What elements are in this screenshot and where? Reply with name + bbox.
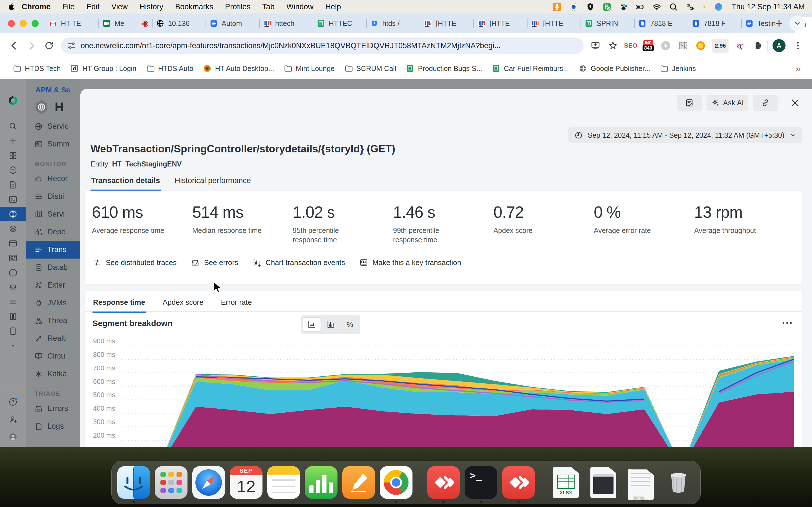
dock-launchpad[interactable]: [155, 466, 188, 499]
notes-button[interactable]: [677, 95, 702, 111]
rail-user-add[interactable]: [0, 413, 26, 426]
browser-tab-11[interactable]: SPRIN: [581, 13, 634, 33]
rail-alert[interactable]: [0, 265, 26, 280]
sidebar-item-servi[interactable]: Servi: [26, 205, 80, 223]
browser-tab-6[interactable]: HTTEC: [313, 13, 366, 33]
action-make-this-a-key-transaction[interactable]: Make this a key transaction: [359, 258, 461, 267]
sidebar-item-distri[interactable]: Distri: [26, 187, 80, 205]
bookmark-google-publisher-[interactable]: Google Publisher...: [574, 64, 655, 73]
rail-document[interactable]: [0, 177, 26, 192]
sidebar-item-threa[interactable]: Threa: [26, 312, 80, 330]
bookmark-production-bugs-s-[interactable]: Production Bugs S...: [401, 64, 487, 73]
url-text[interactable]: one.newrelic.com/nr1-core/apm-features/t…: [81, 41, 500, 50]
menu-help[interactable]: Help: [319, 3, 347, 11]
vpn-check-icon[interactable]: [602, 2, 612, 11]
segment-breakdown-chart[interactable]: [121, 338, 794, 447]
bookmark-scrum-call[interactable]: SCRUM Call: [340, 64, 401, 73]
bookmark-car-fuel-reimburs-[interactable]: Car Fuel Reimburs...: [487, 64, 574, 73]
bookmark-ht-group-login[interactable]: dHT Group : Login: [65, 64, 141, 73]
action-see-errors[interactable]: See errors: [191, 258, 238, 267]
newrelic-paw-icon[interactable]: [619, 2, 628, 11]
browser-tab-8[interactable]: [HTTE: [420, 13, 473, 33]
dock-notes[interactable]: [267, 466, 300, 499]
menu-bar-clock[interactable]: Thu 12 Sep 11:34 AM: [730, 3, 805, 11]
menu-file[interactable]: File: [56, 3, 81, 11]
sidebar-item-servic[interactable]: Servic: [26, 117, 80, 135]
chart-tab-apdex-score[interactable]: Apdex score: [162, 295, 204, 313]
menu-profiles[interactable]: Profiles: [219, 3, 256, 11]
new-tab-button[interactable]: +: [769, 16, 790, 31]
sidebar-item-trans[interactable]: Trans: [26, 241, 80, 259]
privacy-shield-icon[interactable]: [586, 2, 595, 11]
rail-rows[interactable]: [0, 295, 26, 309]
zoom-window-button[interactable]: [32, 20, 39, 27]
sidebar-header[interactable]: APM & Se: [26, 79, 80, 94]
dock-red-app[interactable]: [427, 466, 460, 499]
sidebar-item-circu[interactable]: Circu: [26, 347, 80, 365]
rail-globe[interactable]: [0, 207, 26, 221]
percent-toggle[interactable]: %: [341, 318, 359, 331]
bookmark-htds-auto[interactable]: HTDS Auto: [141, 64, 198, 73]
browser-tab-1[interactable]: HT TE: [45, 13, 98, 33]
ask-ai-button[interactable]: Ask AI: [707, 95, 748, 111]
detective-extension-icon[interactable]: [734, 40, 746, 52]
browser-tab-13[interactable]: 7818 F: [688, 13, 741, 33]
battery-icon[interactable]: [636, 2, 645, 11]
sidebar-item-summ[interactable]: Summ: [26, 135, 80, 153]
dock-pages[interactable]: [342, 466, 375, 499]
dock-file-doc[interactable]: ping...: [624, 466, 657, 499]
clipboard-extension-icon[interactable]: [752, 40, 763, 52]
browser-tab-10[interactable]: [HTTE: [527, 13, 580, 33]
address-bar[interactable]: one.newrelic.com/nr1-core/apm-features/t…: [61, 38, 583, 54]
rail-hex-list[interactable]: [0, 163, 26, 177]
wifi-icon[interactable]: [652, 2, 661, 11]
dock-numbers[interactable]: [305, 466, 338, 499]
back-button[interactable]: [6, 38, 22, 54]
seo-extension-icon[interactable]: SEO: [625, 40, 637, 52]
sidebar-entity[interactable]: H: [26, 94, 80, 117]
bookmark-star-icon[interactable]: [605, 38, 621, 54]
record-dot-icon[interactable]: [702, 4, 707, 9]
menu-view[interactable]: View: [105, 3, 134, 11]
chart-more-menu[interactable]: ...: [782, 314, 793, 326]
ht-badge-icon[interactable]: [569, 2, 578, 11]
install-app-icon[interactable]: [588, 38, 603, 54]
chrome-menu-kebab-icon[interactable]: [790, 38, 806, 54]
menu-bookmarks[interactable]: Bookmarks: [169, 3, 219, 11]
forward-button[interactable]: [24, 38, 40, 54]
action-see-distributed-traces[interactable]: See distributed traces: [93, 258, 176, 267]
dock-finder[interactable]: [117, 466, 150, 499]
rail-columns[interactable]: [0, 309, 26, 324]
sidebar-item-realti[interactable]: Realti: [26, 330, 80, 347]
minimize-window-button[interactable]: [20, 20, 27, 27]
time-range-picker[interactable]: Sep 12, 2024, 11:15 AM - Sep 12, 2024, 1…: [568, 127, 802, 143]
chart-tab-error-rate[interactable]: Error rate: [220, 295, 252, 313]
mic-icon[interactable]: [552, 2, 562, 11]
menu-edit[interactable]: Edit: [81, 3, 106, 11]
dock-trash[interactable]: [662, 466, 695, 499]
dock-file-xlsx[interactable]: XLSX: [550, 466, 582, 499]
bookmark-jenkins[interactable]: Jenkins: [655, 64, 701, 73]
reload-button[interactable]: [41, 38, 57, 54]
map-extension-icon[interactable]: [677, 40, 689, 52]
rail-plus[interactable]: [0, 133, 26, 148]
menu-history[interactable]: History: [134, 3, 169, 11]
profile-avatar[interactable]: A: [772, 39, 785, 52]
dock-chrome[interactable]: [380, 466, 412, 499]
dock-safari[interactable]: [192, 466, 225, 499]
close-panel-icon[interactable]: [788, 98, 802, 108]
browser-tab-3[interactable]: 10.136: [153, 13, 206, 33]
tab-transaction-details[interactable]: Transaction details: [91, 175, 161, 191]
siri-icon[interactable]: [714, 2, 723, 11]
sidebar-item-kafka[interactable]: Kafka: [26, 365, 80, 383]
inp-extension-icon[interactable]: INP 840: [642, 40, 654, 52]
measure-extension-icon[interactable]: 2.96: [712, 39, 728, 53]
sidebar-item-datab[interactable]: Datab: [26, 259, 80, 276]
copy-link-button[interactable]: [753, 95, 778, 111]
browser-tab-5[interactable]: httech: [260, 13, 313, 33]
rail-device[interactable]: [0, 324, 26, 339]
newrelic-logo-icon[interactable]: [5, 93, 21, 109]
sidebar-item-exter[interactable]: Exter: [26, 276, 80, 294]
apple-menu-icon[interactable]: [7, 3, 16, 11]
rail-layers[interactable]: [0, 221, 26, 236]
